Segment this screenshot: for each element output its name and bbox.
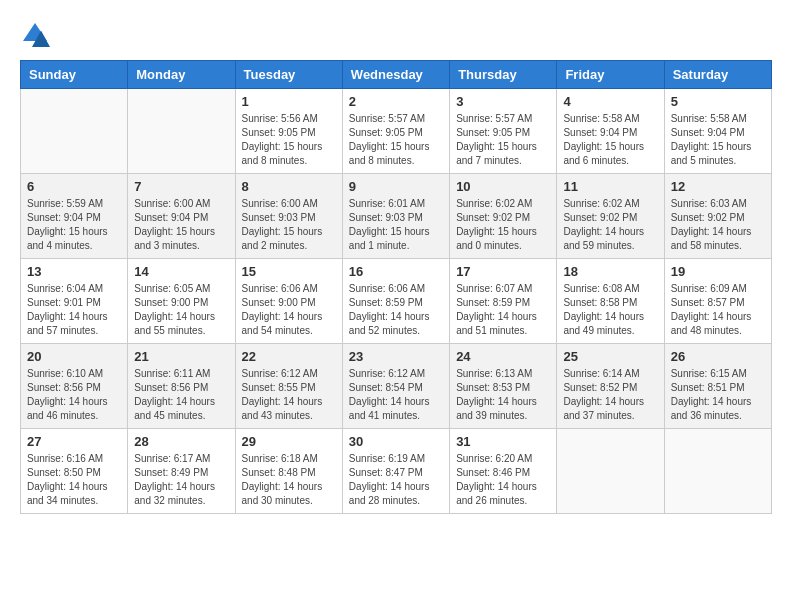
day-header-wednesday: Wednesday [342,61,449,89]
calendar-week-row: 20Sunrise: 6:10 AMSunset: 8:56 PMDayligh… [21,344,772,429]
calendar-cell: 2Sunrise: 5:57 AMSunset: 9:05 PMDaylight… [342,89,449,174]
day-number: 26 [671,349,765,364]
day-number: 8 [242,179,336,194]
day-info: Sunrise: 6:02 AMSunset: 9:02 PMDaylight:… [563,197,657,253]
calendar-cell: 27Sunrise: 6:16 AMSunset: 8:50 PMDayligh… [21,429,128,514]
day-number: 7 [134,179,228,194]
day-number: 4 [563,94,657,109]
calendar-week-row: 27Sunrise: 6:16 AMSunset: 8:50 PMDayligh… [21,429,772,514]
day-info: Sunrise: 6:16 AMSunset: 8:50 PMDaylight:… [27,452,121,508]
calendar-table: SundayMondayTuesdayWednesdayThursdayFrid… [20,60,772,514]
calendar-cell: 29Sunrise: 6:18 AMSunset: 8:48 PMDayligh… [235,429,342,514]
calendar-cell: 5Sunrise: 5:58 AMSunset: 9:04 PMDaylight… [664,89,771,174]
calendar-cell: 25Sunrise: 6:14 AMSunset: 8:52 PMDayligh… [557,344,664,429]
day-number: 22 [242,349,336,364]
calendar-week-row: 1Sunrise: 5:56 AMSunset: 9:05 PMDaylight… [21,89,772,174]
calendar-cell: 9Sunrise: 6:01 AMSunset: 9:03 PMDaylight… [342,174,449,259]
calendar-cell [664,429,771,514]
day-number: 5 [671,94,765,109]
day-info: Sunrise: 5:58 AMSunset: 9:04 PMDaylight:… [671,112,765,168]
day-info: Sunrise: 6:00 AMSunset: 9:03 PMDaylight:… [242,197,336,253]
day-number: 14 [134,264,228,279]
calendar-header-row: SundayMondayTuesdayWednesdayThursdayFrid… [21,61,772,89]
calendar-cell: 24Sunrise: 6:13 AMSunset: 8:53 PMDayligh… [450,344,557,429]
day-number: 20 [27,349,121,364]
day-number: 9 [349,179,443,194]
day-info: Sunrise: 6:09 AMSunset: 8:57 PMDaylight:… [671,282,765,338]
calendar-week-row: 13Sunrise: 6:04 AMSunset: 9:01 PMDayligh… [21,259,772,344]
day-number: 17 [456,264,550,279]
calendar-week-row: 6Sunrise: 5:59 AMSunset: 9:04 PMDaylight… [21,174,772,259]
day-info: Sunrise: 6:17 AMSunset: 8:49 PMDaylight:… [134,452,228,508]
calendar-cell: 7Sunrise: 6:00 AMSunset: 9:04 PMDaylight… [128,174,235,259]
day-info: Sunrise: 6:08 AMSunset: 8:58 PMDaylight:… [563,282,657,338]
day-number: 1 [242,94,336,109]
day-number: 27 [27,434,121,449]
day-info: Sunrise: 5:57 AMSunset: 9:05 PMDaylight:… [456,112,550,168]
logo [20,20,54,50]
calendar-cell: 8Sunrise: 6:00 AMSunset: 9:03 PMDaylight… [235,174,342,259]
day-info: Sunrise: 6:05 AMSunset: 9:00 PMDaylight:… [134,282,228,338]
day-info: Sunrise: 6:06 AMSunset: 8:59 PMDaylight:… [349,282,443,338]
day-info: Sunrise: 6:06 AMSunset: 9:00 PMDaylight:… [242,282,336,338]
calendar-cell: 18Sunrise: 6:08 AMSunset: 8:58 PMDayligh… [557,259,664,344]
day-number: 3 [456,94,550,109]
calendar-cell: 26Sunrise: 6:15 AMSunset: 8:51 PMDayligh… [664,344,771,429]
calendar-cell: 1Sunrise: 5:56 AMSunset: 9:05 PMDaylight… [235,89,342,174]
day-number: 24 [456,349,550,364]
day-number: 21 [134,349,228,364]
day-info: Sunrise: 6:02 AMSunset: 9:02 PMDaylight:… [456,197,550,253]
day-info: Sunrise: 6:19 AMSunset: 8:47 PMDaylight:… [349,452,443,508]
day-info: Sunrise: 6:01 AMSunset: 9:03 PMDaylight:… [349,197,443,253]
day-number: 30 [349,434,443,449]
day-header-sunday: Sunday [21,61,128,89]
calendar-cell: 6Sunrise: 5:59 AMSunset: 9:04 PMDaylight… [21,174,128,259]
calendar-cell: 17Sunrise: 6:07 AMSunset: 8:59 PMDayligh… [450,259,557,344]
calendar-cell: 22Sunrise: 6:12 AMSunset: 8:55 PMDayligh… [235,344,342,429]
day-info: Sunrise: 6:03 AMSunset: 9:02 PMDaylight:… [671,197,765,253]
day-header-saturday: Saturday [664,61,771,89]
calendar-cell: 19Sunrise: 6:09 AMSunset: 8:57 PMDayligh… [664,259,771,344]
calendar-cell [128,89,235,174]
day-info: Sunrise: 5:56 AMSunset: 9:05 PMDaylight:… [242,112,336,168]
day-number: 19 [671,264,765,279]
day-number: 31 [456,434,550,449]
calendar-cell: 20Sunrise: 6:10 AMSunset: 8:56 PMDayligh… [21,344,128,429]
day-info: Sunrise: 6:12 AMSunset: 8:55 PMDaylight:… [242,367,336,423]
calendar-cell: 30Sunrise: 6:19 AMSunset: 8:47 PMDayligh… [342,429,449,514]
calendar-cell: 28Sunrise: 6:17 AMSunset: 8:49 PMDayligh… [128,429,235,514]
calendar-cell: 21Sunrise: 6:11 AMSunset: 8:56 PMDayligh… [128,344,235,429]
day-info: Sunrise: 6:15 AMSunset: 8:51 PMDaylight:… [671,367,765,423]
day-info: Sunrise: 6:00 AMSunset: 9:04 PMDaylight:… [134,197,228,253]
day-info: Sunrise: 5:57 AMSunset: 9:05 PMDaylight:… [349,112,443,168]
day-info: Sunrise: 6:10 AMSunset: 8:56 PMDaylight:… [27,367,121,423]
page-header [20,20,772,50]
day-number: 12 [671,179,765,194]
day-info: Sunrise: 6:07 AMSunset: 8:59 PMDaylight:… [456,282,550,338]
day-number: 13 [27,264,121,279]
day-info: Sunrise: 6:18 AMSunset: 8:48 PMDaylight:… [242,452,336,508]
day-number: 16 [349,264,443,279]
calendar-cell: 3Sunrise: 5:57 AMSunset: 9:05 PMDaylight… [450,89,557,174]
day-number: 15 [242,264,336,279]
calendar-cell: 15Sunrise: 6:06 AMSunset: 9:00 PMDayligh… [235,259,342,344]
day-number: 25 [563,349,657,364]
calendar-cell: 12Sunrise: 6:03 AMSunset: 9:02 PMDayligh… [664,174,771,259]
day-info: Sunrise: 5:59 AMSunset: 9:04 PMDaylight:… [27,197,121,253]
day-number: 11 [563,179,657,194]
calendar-cell: 14Sunrise: 6:05 AMSunset: 9:00 PMDayligh… [128,259,235,344]
day-info: Sunrise: 6:20 AMSunset: 8:46 PMDaylight:… [456,452,550,508]
day-header-tuesday: Tuesday [235,61,342,89]
calendar-cell [21,89,128,174]
day-info: Sunrise: 6:04 AMSunset: 9:01 PMDaylight:… [27,282,121,338]
day-number: 10 [456,179,550,194]
day-number: 6 [27,179,121,194]
day-number: 2 [349,94,443,109]
day-header-friday: Friday [557,61,664,89]
calendar-cell [557,429,664,514]
day-info: Sunrise: 5:58 AMSunset: 9:04 PMDaylight:… [563,112,657,168]
logo-icon [20,20,50,50]
day-number: 29 [242,434,336,449]
calendar-cell: 31Sunrise: 6:20 AMSunset: 8:46 PMDayligh… [450,429,557,514]
calendar-cell: 4Sunrise: 5:58 AMSunset: 9:04 PMDaylight… [557,89,664,174]
